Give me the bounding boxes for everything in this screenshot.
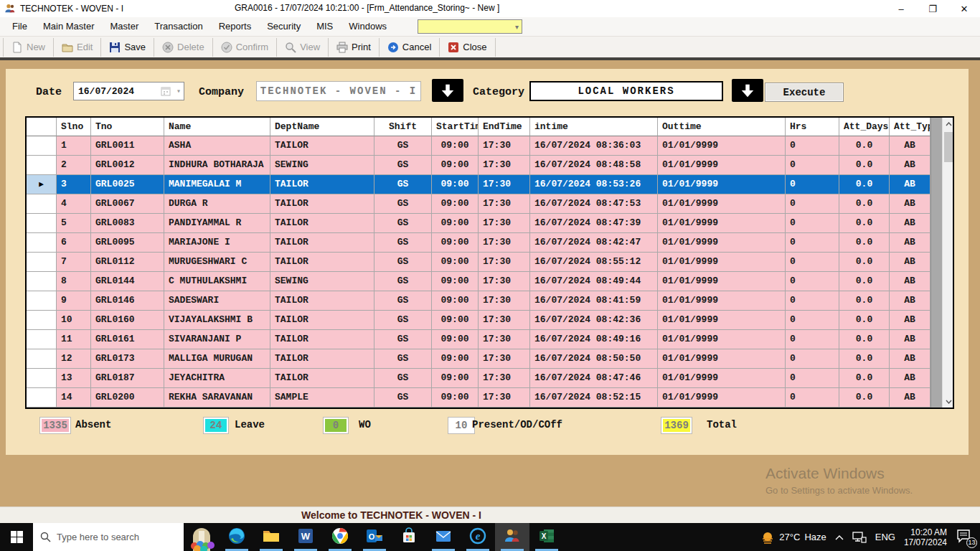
column-header-att_type[interactable]: Att_Type	[890, 118, 930, 136]
grid-cell[interactable]: GRL0083	[91, 214, 164, 233]
category-field[interactable]: LOCAL WORKERS	[529, 81, 723, 101]
grid-cell[interactable]: 09:00	[432, 156, 479, 175]
grid-cell[interactable]: 0.0	[839, 330, 890, 349]
grid-cell[interactable]: MALLIGA MURUGAN	[164, 349, 270, 369]
grid-cell[interactable]: AB	[890, 253, 930, 272]
table-row[interactable]: 12GRL0173MALLIGA MURUGANTAILORGS09:0017:…	[27, 349, 930, 369]
grid-cell[interactable]: 09:00	[432, 194, 479, 214]
grid-cell[interactable]: 09:00	[432, 136, 479, 156]
search-highlight-icon[interactable]	[184, 523, 220, 551]
grid-cell[interactable]: 17:30	[479, 311, 530, 330]
row-indicator[interactable]	[27, 156, 57, 175]
grid-cell[interactable]: 0.0	[839, 175, 890, 194]
grid-cell[interactable]: AB	[890, 291, 930, 311]
column-header-hrs[interactable]: Hrs	[786, 118, 839, 136]
grid-cell[interactable]: 01/01/9999	[658, 330, 786, 349]
grid-cell[interactable]: GS	[374, 175, 432, 194]
grid-cell[interactable]: 01/01/9999	[658, 233, 786, 253]
grid-cell[interactable]: 17:30	[479, 253, 530, 272]
row-indicator[interactable]	[27, 194, 57, 214]
grid-cell[interactable]: GS	[374, 253, 432, 272]
grid-cell[interactable]: 01/01/9999	[658, 388, 786, 408]
menu-item-reports[interactable]: Reports	[211, 17, 260, 36]
grid-cell[interactable]: 17:30	[479, 156, 530, 175]
column-header-name[interactable]: Name	[164, 118, 270, 136]
menu-item-master[interactable]: Master	[102, 17, 146, 36]
grid-cell[interactable]: 17:30	[479, 175, 530, 194]
grid-cell[interactable]: 16/07/2024 08:48:58	[530, 156, 658, 175]
menu-item-security[interactable]: Security	[259, 17, 308, 36]
table-row[interactable]: 11GRL0161SIVARANJANI PTAILORGS09:0017:30…	[27, 330, 930, 349]
grid-cell[interactable]: 17:30	[479, 369, 530, 388]
grid-cell[interactable]: 0	[786, 388, 839, 408]
grid-cell[interactable]: 09:00	[432, 175, 479, 194]
column-header-intime[interactable]: intime	[530, 118, 658, 136]
grid-cell[interactable]: AB	[890, 233, 930, 253]
row-indicator[interactable]	[27, 214, 57, 233]
grid-cell[interactable]: 0.0	[839, 156, 890, 175]
grid-cell[interactable]: AB	[890, 272, 930, 291]
grid-cell[interactable]: MARIAJONE I	[164, 233, 270, 253]
grid-cell[interactable]: AB	[890, 311, 930, 330]
grid-cell[interactable]: 16/07/2024 08:41:59	[530, 291, 658, 311]
weather-widget[interactable]: 27°C Haze	[760, 530, 826, 545]
grid-cell[interactable]: AB	[890, 175, 930, 194]
grid-cell[interactable]: 09:00	[432, 233, 479, 253]
grid-cell[interactable]: 01/01/9999	[658, 156, 786, 175]
company-dropdown-button[interactable]	[432, 79, 463, 102]
grid-cell[interactable]: 0.0	[839, 136, 890, 156]
grid-cell[interactable]: 0	[786, 330, 839, 349]
grid-cell[interactable]: 17:30	[479, 330, 530, 349]
grid-cell[interactable]: MANIMEGALAI M	[164, 175, 270, 194]
grid-cell[interactable]: SAMPLE	[270, 388, 374, 408]
grid-cell[interactable]: 0.0	[839, 369, 890, 388]
grid-cell[interactable]: 17:30	[479, 349, 530, 369]
grid-cell[interactable]: 09:00	[432, 253, 479, 272]
grid-cell[interactable]: 0.0	[839, 214, 890, 233]
grid-cell[interactable]: 01/01/9999	[658, 349, 786, 369]
scroll-up-icon[interactable]	[943, 118, 955, 130]
grid-cell[interactable]: GS	[374, 349, 432, 369]
grid-cell[interactable]: INDHURA BOTHARAJA	[164, 156, 270, 175]
grid-cell[interactable]: AB	[890, 369, 930, 388]
row-indicator[interactable]	[27, 291, 57, 311]
grid-cell[interactable]: 16/07/2024 08:42:36	[530, 311, 658, 330]
grid-cell[interactable]: GRL0146	[91, 291, 164, 311]
grid-cell[interactable]: GS	[374, 369, 432, 388]
table-row[interactable]: 5GRL0083PANDIYAMMAL RTAILORGS09:0017:301…	[27, 214, 930, 233]
grid-cell[interactable]: 0.0	[839, 291, 890, 311]
grid-cell[interactable]: 0	[786, 253, 839, 272]
grid-cell[interactable]: AB	[890, 214, 930, 233]
edge-taskbar-button[interactable]	[220, 523, 254, 551]
grid-cell[interactable]: ASHA	[164, 136, 270, 156]
grid-cell[interactable]: 0	[786, 311, 839, 330]
grid-cell[interactable]: 17:30	[479, 272, 530, 291]
column-header-tno[interactable]: Tno	[91, 118, 164, 136]
grid-cell[interactable]: AB	[890, 349, 930, 369]
grid-cell[interactable]: GS	[374, 311, 432, 330]
grid-cell[interactable]: 0	[786, 369, 839, 388]
excel-taskbar-button[interactable]: X	[529, 523, 564, 551]
grid-cell[interactable]: GS	[374, 194, 432, 214]
grid-cell[interactable]: 16/07/2024 08:47:53	[530, 194, 658, 214]
grid-cell[interactable]: 1	[57, 136, 91, 156]
row-indicator[interactable]	[27, 311, 57, 330]
grid-cell[interactable]: 0	[786, 272, 839, 291]
grid-cell[interactable]: 16/07/2024 08:49:44	[530, 272, 658, 291]
mail-taskbar-button[interactable]	[426, 523, 461, 551]
row-indicator[interactable]	[27, 388, 57, 408]
grid-cell[interactable]: JEYACHITRA	[164, 369, 270, 388]
grid-cell[interactable]: AB	[890, 194, 930, 214]
grid-cell[interactable]: 0	[786, 214, 839, 233]
row-indicator[interactable]	[27, 233, 57, 253]
grid-cell[interactable]: AB	[890, 388, 930, 408]
grid-cell[interactable]: PANDIYAMMAL R	[164, 214, 270, 233]
grid-cell[interactable]: 10	[57, 311, 91, 330]
grid-cell[interactable]: TAILOR	[270, 311, 374, 330]
grid-cell[interactable]: 0.0	[839, 253, 890, 272]
grid-cell[interactable]: TAILOR	[270, 194, 374, 214]
grid-cell[interactable]: 01/01/9999	[658, 311, 786, 330]
menu-item-mis[interactable]: MIS	[308, 17, 341, 36]
network-icon[interactable]	[852, 532, 867, 543]
grid-cell[interactable]: 01/01/9999	[658, 272, 786, 291]
